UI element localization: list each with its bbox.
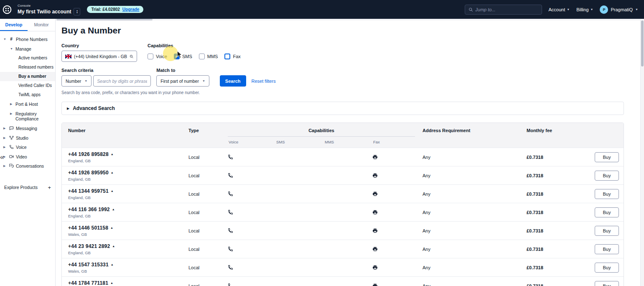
phone-number: +44 1784 771181: [68, 280, 108, 286]
page-title: Buy a Number: [61, 26, 624, 36]
trial-balance-text: Trial: £4.02802: [91, 7, 120, 12]
fax-capability-icon: [372, 228, 423, 233]
phone-handset-icon: [9, 145, 14, 149]
sidebar-item-verified-caller-ids[interactable]: Verified Caller IDs: [0, 81, 55, 90]
jump-to-search[interactable]: [465, 5, 542, 15]
fax-capability-icon: [372, 283, 423, 286]
fax-capability-icon: [372, 265, 423, 270]
digits-search-input[interactable]: [93, 75, 151, 87]
voice-checkbox-option[interactable]: Voice: [148, 54, 167, 59]
buy-button[interactable]: Buy: [595, 244, 619, 254]
col-header-number: Number: [62, 128, 188, 137]
criteria-select[interactable]: Number ▼: [61, 75, 92, 87]
sidebar-item-manage[interactable]: ▼ Manage: [0, 44, 55, 54]
subcol-header-mms: MMS: [324, 140, 372, 144]
twilio-logo[interactable]: [0, 0, 14, 19]
sidebar-item-twiml-apps[interactable]: TwiML apps: [0, 90, 55, 100]
account-block: Console My first Twilio account ▲▼: [18, 4, 80, 15]
chevron-right-icon: ▶: [3, 136, 7, 140]
col-header-type: Type: [188, 128, 228, 137]
vertical-scrollbar[interactable]: [640, 19, 644, 286]
topbar: Console My first Twilio account ▲▼ Trial…: [0, 0, 644, 19]
advanced-search-toggle[interactable]: ▶ Advanced Search: [61, 102, 624, 115]
sidebar-item-released-numbers[interactable]: Released numbers: [0, 63, 55, 72]
horizontal-scrollbar[interactable]: [56, 19, 640, 20]
address-requirement: Any: [423, 192, 527, 197]
buy-button[interactable]: Buy: [595, 226, 619, 236]
sidebar: Develop Monitor ▼ # Phone Numbers ▼ Mana…: [0, 19, 56, 286]
user-menu[interactable]: P PragmatiQ ▼: [600, 5, 638, 14]
voice-checkbox[interactable]: [148, 54, 153, 59]
col-header-address-requirement: Address Requirement: [423, 128, 527, 137]
search-button[interactable]: Search: [220, 75, 246, 87]
sidebar-item-voice[interactable]: ▶ Voice: [0, 143, 55, 152]
sms-checkbox-option[interactable]: ✓ SMS: [174, 54, 192, 59]
sidebar-item-conversations[interactable]: ▶ Conversations: [0, 161, 55, 171]
mms-checkbox-label: MMS: [207, 54, 218, 59]
table-header: Number Type Capabilities Address Require…: [62, 123, 624, 148]
address-requirement: Any: [423, 283, 527, 286]
fax-checkbox-option[interactable]: Fax: [224, 54, 240, 59]
chevron-down-icon: ▼: [3, 38, 7, 41]
sidebar-item-phone-numbers[interactable]: ▼ # Phone Numbers: [0, 35, 55, 44]
tab-develop[interactable]: Develop: [0, 19, 28, 31]
account-switcher[interactable]: My first Twilio account: [18, 9, 71, 15]
warning-triangle-icon: ▲: [110, 226, 113, 229]
sms-checkbox-label: SMS: [182, 54, 192, 59]
sidebar-item-messaging[interactable]: ▶ Messaging: [0, 124, 55, 133]
account-stepper[interactable]: ▲▼: [74, 8, 80, 15]
table-row: +44 1926 895950 ▲ England, GB Local: [62, 166, 624, 184]
tab-monitor[interactable]: Monitor: [28, 19, 55, 31]
mms-checkbox-option[interactable]: MMS: [199, 54, 218, 59]
studio-workflow-icon: [9, 135, 14, 140]
buy-button[interactable]: Buy: [595, 152, 619, 162]
account-menu[interactable]: Account ▼: [549, 7, 570, 12]
buy-button[interactable]: Buy: [595, 263, 619, 273]
country-input[interactable]: (+44) United Kingdom - GB: [61, 51, 137, 62]
sidebar-item-regulatory-compliance[interactable]: ▶ Regulatory Compliance: [0, 109, 55, 124]
screen-artifact-chevron: «: [0, 153, 4, 161]
buy-button[interactable]: Buy: [595, 281, 619, 286]
upgrade-link[interactable]: Upgrade: [122, 7, 140, 12]
table-row: +44 1446 501158 ▲ Wales, GB Local: [62, 221, 624, 240]
vertical-scrollbar-thumb[interactable]: [641, 20, 644, 66]
search-criteria-label: Search criteria: [61, 68, 151, 73]
search-icon: [468, 7, 473, 12]
country-field-group: Country (+44) United Kingdom - GB: [61, 43, 137, 62]
chevron-down-icon: ▼: [10, 47, 13, 51]
sidebar-item-active-numbers[interactable]: Active numbers: [0, 54, 55, 63]
monthly-fee: £0.7318: [527, 247, 593, 252]
explore-products-label: Explore Products: [4, 185, 38, 190]
match-to-select[interactable]: First part of number ▼: [156, 75, 209, 87]
horizontal-scrollbar-thumb[interactable]: [56, 19, 153, 20]
buy-button[interactable]: Buy: [595, 189, 619, 199]
table-row: +44 1344 959751 ▲ England, GB Local: [62, 184, 624, 203]
twilio-logo-icon: [3, 5, 12, 14]
warning-triangle-icon: ▲: [112, 245, 115, 248]
explore-products[interactable]: Explore Products +: [0, 182, 55, 193]
number-location: England, GB: [68, 177, 188, 181]
subcol-header-voice: Voice: [228, 140, 275, 144]
mms-checkbox[interactable]: [199, 54, 205, 59]
number-type: Local: [188, 155, 228, 160]
sidebar-item-label: Video: [16, 154, 27, 160]
trial-balance-badge: Trial: £4.02802 Upgrade: [87, 6, 143, 13]
address-requirement: Any: [423, 173, 527, 178]
chevron-down-icon: ▼: [202, 79, 205, 82]
sidebar-item-port-host[interactable]: ▶ Port & Host: [0, 100, 55, 109]
chevron-right-icon: ▶: [3, 146, 7, 149]
voice-capability-icon: [228, 173, 275, 178]
jump-to-input[interactable]: [475, 7, 538, 12]
sidebar-item-video[interactable]: ▶ Video: [0, 152, 55, 162]
sidebar-item-buy-a-number[interactable]: Buy a number: [0, 72, 55, 81]
match-to-label: Match to: [156, 68, 209, 73]
main-content: Buy a Number Country (+44) United Kingdo…: [56, 19, 640, 286]
sms-checkbox[interactable]: ✓: [174, 54, 180, 59]
buy-button[interactable]: Buy: [595, 171, 619, 181]
sidebar-item-studio[interactable]: ▶ Studio: [0, 133, 55, 143]
buy-button[interactable]: Buy: [595, 207, 619, 217]
billing-menu[interactable]: Billing ▼: [576, 7, 593, 12]
search-helper-text: Search by area code, prefix, or characte…: [61, 90, 624, 95]
reset-filters-link[interactable]: Reset filters: [252, 79, 276, 84]
fax-checkbox[interactable]: [224, 54, 230, 59]
